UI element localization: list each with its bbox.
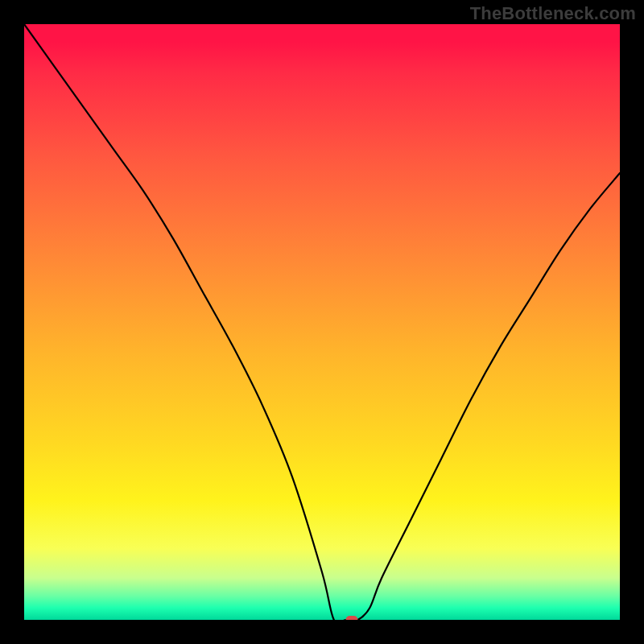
chart-frame: TheBottleneck.com — [0, 0, 644, 644]
curve-path — [24, 24, 620, 620]
plot-area — [24, 24, 620, 620]
watermark-text: TheBottleneck.com — [470, 3, 636, 24]
bottleneck-curve — [24, 24, 620, 620]
optimal-marker — [346, 616, 358, 620]
